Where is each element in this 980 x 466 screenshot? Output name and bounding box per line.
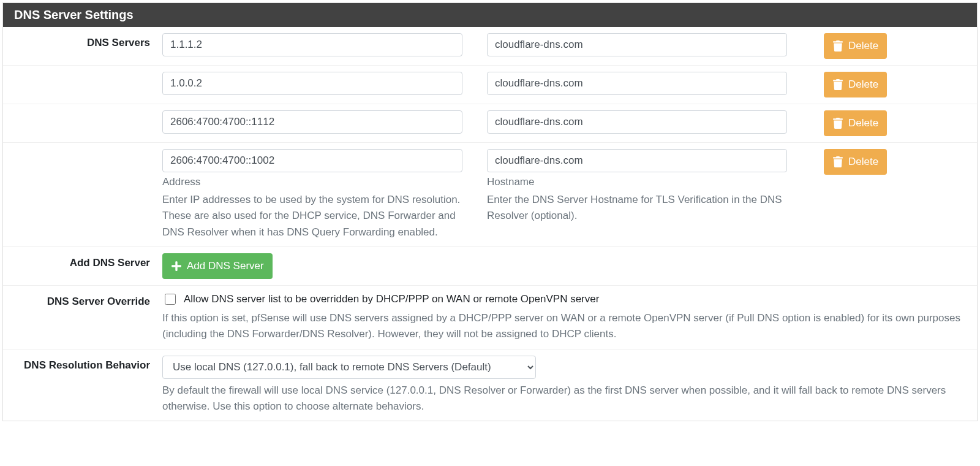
dns-server-row: DNS Servers Delete [3, 27, 977, 66]
dns-servers-label: DNS Servers [3, 33, 162, 49]
override-checkbox-text: Allow DNS server list to be overridden b… [184, 293, 599, 305]
panel-title: DNS Server Settings [3, 3, 977, 27]
address-help-text: Enter IP addresses to be used by the sys… [162, 192, 462, 240]
dns-hostname-input[interactable] [487, 110, 787, 134]
dns-hostname-input[interactable] [487, 33, 787, 56]
dns-hostname-input[interactable] [487, 72, 787, 95]
delete-button-label: Delete [848, 40, 878, 52]
add-dns-server-button-label: Add DNS Server [187, 260, 264, 272]
trash-icon [832, 156, 843, 167]
add-dns-server-label: Add DNS Server [3, 253, 162, 269]
dns-resolution-behavior-select[interactable]: Use local DNS (127.0.0.1), fall back to … [162, 356, 536, 379]
delete-button[interactable]: Delete [824, 72, 887, 97]
dns-server-settings-panel: DNS Server Settings DNS Servers Delete [2, 2, 978, 421]
dns-server-row: Delete [3, 104, 977, 143]
dns-address-input[interactable] [162, 149, 462, 172]
override-checkbox-label[interactable]: Allow DNS server list to be overridden b… [162, 292, 967, 307]
hostname-help-text: Enter the DNS Server Hostname for TLS Ve… [487, 192, 787, 224]
dns-address-input[interactable] [162, 110, 462, 134]
override-checkbox[interactable] [165, 294, 176, 305]
address-sublabel: Address [162, 176, 462, 188]
dns-server-override-label: DNS Server Override [3, 292, 162, 308]
resolution-help-text: By default the firewall will use local D… [162, 383, 967, 415]
dns-resolution-behavior-label: DNS Resolution Behavior [3, 356, 162, 372]
add-dns-server-row: Add DNS Server Add DNS Server [3, 247, 977, 286]
trash-icon [832, 40, 843, 52]
dns-hostname-input[interactable] [487, 149, 787, 172]
override-help-text: If this option is set, pfSense will use … [162, 310, 967, 343]
dns-address-input[interactable] [162, 72, 462, 95]
delete-button-label: Delete [848, 78, 878, 91]
dns-server-row: Address Enter IP addresses to be used by… [3, 143, 977, 247]
delete-button[interactable]: Delete [824, 33, 887, 59]
delete-button[interactable]: Delete [824, 149, 887, 175]
delete-button-label: Delete [848, 156, 878, 168]
plus-icon [171, 261, 182, 272]
dns-resolution-behavior-row: DNS Resolution Behavior Use local DNS (1… [3, 350, 977, 421]
add-dns-server-button[interactable]: Add DNS Server [162, 253, 273, 279]
dns-server-override-row: DNS Server Override Allow DNS server lis… [3, 286, 977, 350]
delete-button-label: Delete [848, 117, 878, 129]
trash-icon [832, 118, 843, 129]
delete-button[interactable]: Delete [824, 110, 887, 136]
dns-address-input[interactable] [162, 33, 462, 56]
dns-server-row: Delete [3, 66, 977, 104]
trash-icon [832, 79, 843, 90]
hostname-sublabel: Hostname [487, 176, 787, 188]
